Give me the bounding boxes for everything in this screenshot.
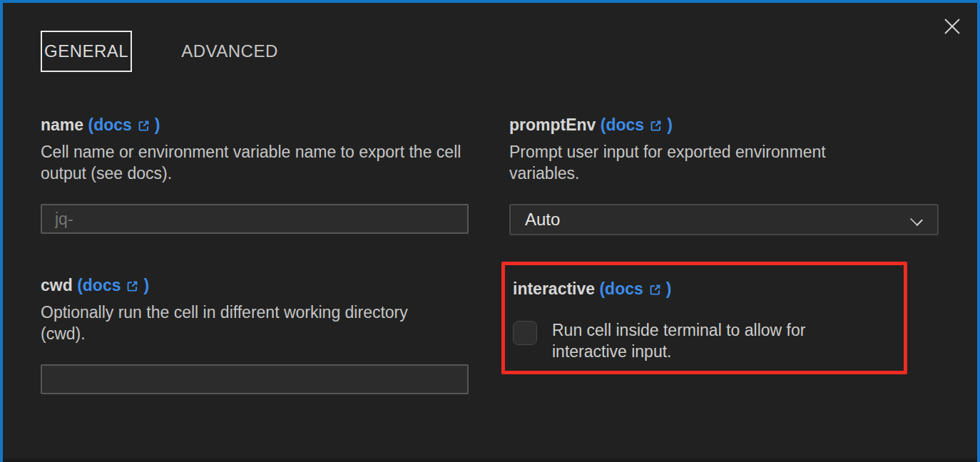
red-highlight-box: interactive (docs) Run cell inside termi… xyxy=(501,262,907,374)
field-cwd-label-text: cwd xyxy=(41,276,73,294)
field-name-label: name (docs) xyxy=(41,114,469,135)
close-icon xyxy=(943,17,961,36)
dialog-bottom-edge xyxy=(3,458,977,462)
chevron-down-icon xyxy=(910,213,923,226)
field-name-label-text: name xyxy=(41,115,83,134)
field-promptenv-label-text: promptEnv xyxy=(509,115,596,134)
field-name-docs-link[interactable]: (docs) xyxy=(88,115,160,134)
docs-link-open-paren: (docs xyxy=(601,115,644,134)
field-promptenv-label: promptEnv (docs) xyxy=(509,114,939,135)
docs-link-close-paren: ) xyxy=(666,279,672,298)
interactive-checkbox-row: Run cell inside terminal to allow for in… xyxy=(513,319,894,362)
external-link-icon xyxy=(649,281,661,299)
interactive-checkbox[interactable] xyxy=(513,321,537,345)
promptenv-select[interactable]: Auto xyxy=(509,204,939,235)
field-interactive-docs-link[interactable]: (docs) xyxy=(599,279,671,298)
docs-link-open-paren: (docs xyxy=(599,279,643,298)
field-promptenv-docs-link[interactable]: (docs) xyxy=(601,115,673,134)
close-button[interactable] xyxy=(940,14,964,38)
field-cwd-label: cwd (docs) xyxy=(41,274,469,296)
promptenv-selected-value: Auto xyxy=(525,210,560,230)
tab-general[interactable]: GENERAL xyxy=(41,31,132,72)
tab-bar: GENERAL ADVANCED xyxy=(41,31,977,72)
external-link-icon xyxy=(126,277,138,296)
name-input[interactable] xyxy=(41,204,469,234)
external-link-icon xyxy=(650,117,662,135)
fields-row-2: cwd (docs) Optionally run the cell in di… xyxy=(3,274,977,394)
field-promptenv-description: Prompt user input for exported environme… xyxy=(509,141,894,184)
docs-link-open-paren: (docs xyxy=(77,276,121,294)
cell-config-dialog: GENERAL ADVANCED name (docs) Cell name o… xyxy=(0,0,980,462)
external-link-icon xyxy=(138,117,150,135)
docs-link-open-paren: (docs xyxy=(88,115,131,134)
docs-link-close-paren: ) xyxy=(667,115,673,134)
field-interactive-label: interactive (docs) xyxy=(513,278,894,299)
interactive-checkbox-label[interactable]: Run cell inside terminal to allow for in… xyxy=(552,319,866,362)
field-cwd-docs-link[interactable]: (docs) xyxy=(77,276,149,294)
cwd-input[interactable] xyxy=(41,364,469,394)
tab-advanced[interactable]: ADVANCED xyxy=(178,31,282,72)
docs-link-close-paren: ) xyxy=(155,115,160,134)
field-cwd-description: Optionally run the cell in different wor… xyxy=(41,302,419,344)
field-name-description: Cell name or environment variable name t… xyxy=(41,141,469,184)
field-name: name (docs) Cell name or environment var… xyxy=(41,114,469,235)
field-interactive-label-text: interactive xyxy=(513,279,595,298)
field-cwd: cwd (docs) Optionally run the cell in di… xyxy=(41,274,469,394)
fields-row-1: name (docs) Cell name or environment var… xyxy=(3,114,977,235)
docs-link-close-paren: ) xyxy=(143,276,149,294)
field-interactive: interactive (docs) Run cell inside termi… xyxy=(509,274,939,394)
field-promptenv: promptEnv (docs) Prompt user input for e… xyxy=(509,114,939,235)
